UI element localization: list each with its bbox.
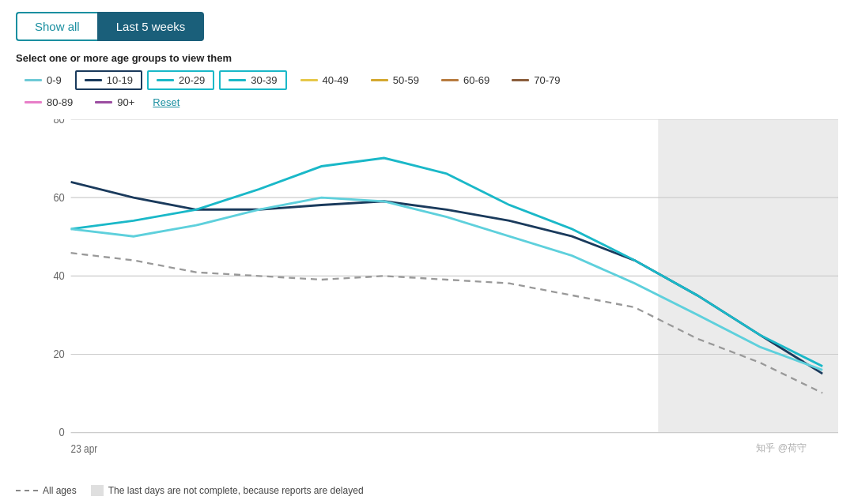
legend-all-ages: All ages (16, 485, 77, 496)
age-chip-90plus[interactable]: 90+ (86, 93, 143, 111)
last5-weeks-button[interactable]: Last 5 weeks (97, 12, 205, 41)
chip-line-0-9 (25, 79, 42, 81)
ylabel-40: 40 (53, 269, 64, 282)
ylabel-80: 80 (53, 119, 64, 126)
ylabel-60: 60 (53, 190, 64, 204)
legend-row: All ages The last days are not complete,… (16, 485, 838, 496)
chip-line-50-59 (371, 79, 388, 81)
chip-line-60-69 (441, 79, 459, 81)
chip-line-20-29 (157, 79, 174, 81)
reset-link[interactable]: Reset (153, 96, 179, 108)
chip-line-30-39 (229, 79, 246, 81)
chip-line-80-89 (25, 101, 42, 103)
age-groups-row2: 80-89 90+ Reset (16, 93, 838, 111)
chip-label-40-49: 40-49 (323, 74, 349, 86)
chip-label-30-39: 30-39 (251, 74, 277, 86)
age-chip-20-29[interactable]: 20-29 (147, 70, 214, 90)
age-chip-40-49[interactable]: 40-49 (292, 70, 357, 90)
ylabel-20: 20 (53, 347, 64, 360)
chip-label-20-29: 20-29 (179, 74, 205, 86)
show-all-button[interactable]: Show all (16, 12, 97, 41)
age-chip-80-89[interactable]: 80-89 (16, 93, 81, 111)
legend-incomplete-label: The last days are not complete, because … (108, 485, 364, 496)
age-chip-30-39[interactable]: 30-39 (219, 70, 286, 90)
age-chip-0-9[interactable]: 0-9 (16, 70, 70, 90)
chart-area: 0 20 40 60 80 23 apr (40, 119, 838, 479)
chip-label-80-89: 80-89 (47, 96, 73, 108)
chip-label-90plus: 90+ (117, 96, 134, 108)
toggle-row: Show all Last 5 weeks (16, 12, 838, 41)
chip-label-70-79: 70-79 (534, 74, 560, 86)
age-chip-60-69[interactable]: 60-69 (433, 70, 498, 90)
chip-line-40-49 (300, 79, 318, 81)
main-container: Show all Last 5 weeks Select one or more… (0, 0, 854, 504)
chip-line-90plus (95, 101, 112, 103)
chip-label-0-9: 0-9 (47, 74, 62, 86)
legend-dashed-icon (16, 490, 38, 491)
selector-label: Select one or more age groups to view th… (16, 52, 838, 64)
age-groups-row1: 0-9 10-19 20-29 30-39 40-49 50-59 (16, 70, 838, 90)
chart-svg: 0 20 40 60 80 23 apr (40, 119, 838, 479)
age-chip-50-59[interactable]: 50-59 (362, 70, 428, 90)
xlabel-23apr: 23 apr (71, 442, 98, 455)
legend-all-ages-label: All ages (43, 485, 77, 496)
ylabel-0: 0 (59, 425, 65, 438)
age-chip-70-79[interactable]: 70-79 (503, 70, 569, 90)
chip-label-10-19: 10-19 (107, 74, 133, 86)
age-chip-10-19[interactable]: 10-19 (75, 70, 142, 90)
chip-label-60-69: 60-69 (463, 74, 489, 86)
chip-label-50-59: 50-59 (393, 74, 419, 86)
chip-line-70-79 (512, 79, 529, 81)
legend-gray-icon (91, 485, 104, 496)
legend-incomplete: The last days are not complete, because … (91, 485, 364, 496)
chip-line-10-19 (85, 79, 102, 81)
